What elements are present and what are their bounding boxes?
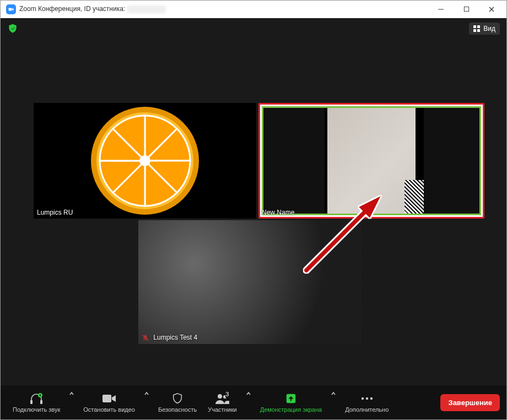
zoom-app-icon [6, 4, 16, 14]
svg-rect-18 [103, 395, 111, 402]
share-caret[interactable] [327, 391, 339, 397]
maximize-button[interactable] [454, 1, 479, 18]
shield-icon [171, 392, 184, 405]
audio-button[interactable]: Подключить звук [7, 390, 66, 415]
video-caret[interactable] [141, 391, 153, 397]
svg-point-24 [370, 397, 373, 400]
participants-caret[interactable] [242, 391, 255, 397]
window-controls [428, 1, 504, 18]
svg-rect-16 [40, 400, 42, 404]
participant-name-label: New Name [262, 209, 294, 216]
participant-tile[interactable]: New Name [258, 103, 484, 219]
more-button[interactable]: Дополнительно [339, 390, 394, 415]
svg-rect-0 [9, 8, 12, 10]
end-meeting-button[interactable]: Завершение [440, 394, 500, 411]
app-window: Zoom Конференция, ID участника: [0, 0, 507, 420]
svg-rect-2 [464, 7, 468, 11]
video-gallery: Lumpics RU New Name Lumpics Test 4 [1, 39, 506, 385]
camera-icon [102, 392, 116, 405]
view-mode-label: Вид [483, 25, 495, 32]
svg-rect-15 [30, 400, 33, 404]
meeting-toolbar: Подключить звук Остановить видео Безопас… [1, 385, 506, 419]
more-icon [360, 392, 374, 405]
meeting-content: Вид [1, 18, 506, 419]
svg-point-23 [366, 397, 368, 400]
meeting-topbar: Вид [1, 18, 506, 39]
svg-rect-8 [477, 29, 480, 32]
window-title: Zoom Конференция, ID участника: [19, 5, 166, 13]
participant-name-label: Lumpics RU [37, 209, 73, 216]
titlebar: Zoom Конференция, ID участника: [1, 1, 506, 18]
participants-button[interactable]: 3 Участники [202, 390, 242, 415]
window-title-prefix: Zoom Конференция, ID участника: [19, 5, 125, 13]
svg-rect-5 [473, 25, 476, 28]
svg-rect-6 [477, 25, 480, 28]
participant-tile[interactable]: Lumpics Test 4 [138, 220, 362, 344]
share-screen-button[interactable]: Демонстрация экрана [255, 390, 327, 415]
audio-caret[interactable] [66, 391, 78, 397]
headphones-icon [29, 392, 44, 405]
participants-count: 3 [225, 391, 229, 397]
video-button[interactable]: Остановить видео [78, 390, 141, 415]
encryption-shield-icon[interactable] [7, 23, 18, 34]
grid-icon [473, 25, 480, 32]
svg-rect-7 [473, 29, 476, 32]
minimize-button[interactable] [428, 1, 454, 18]
video-feed [138, 220, 362, 344]
muted-mic-icon [142, 334, 149, 342]
share-icon [285, 392, 297, 405]
security-button[interactable]: Безопасность [153, 390, 202, 415]
window-title-id-blurred [127, 6, 166, 13]
participant-name-label: Lumpics Test 4 [142, 334, 197, 342]
svg-point-22 [362, 397, 364, 400]
video-feed [327, 103, 416, 219]
svg-point-19 [218, 394, 222, 399]
avatar-image [90, 106, 200, 216]
close-button[interactable] [479, 1, 504, 18]
svg-point-11 [139, 155, 150, 166]
view-mode-button[interactable]: Вид [469, 23, 500, 35]
participant-tile[interactable]: Lumpics RU [34, 103, 256, 219]
